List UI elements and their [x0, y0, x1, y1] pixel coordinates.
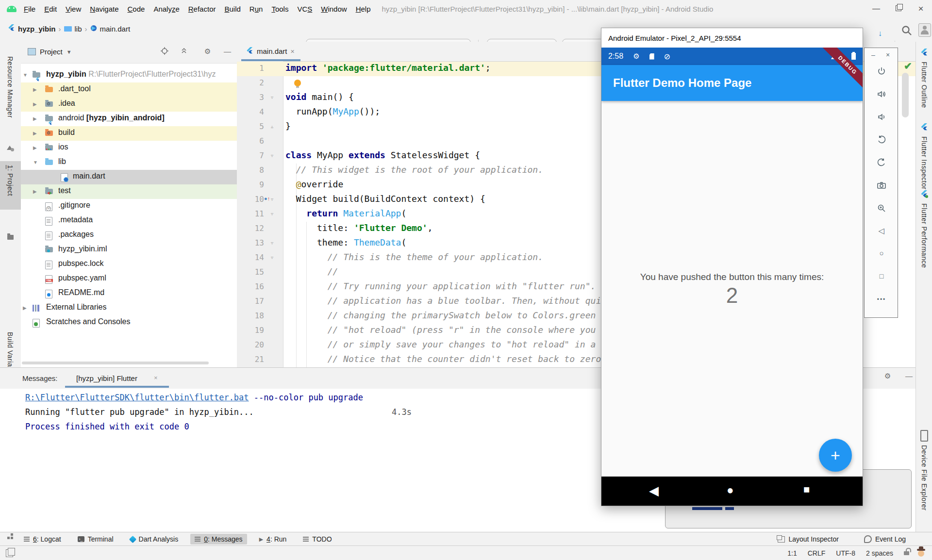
emulator-rotate-right-button[interactable] [865, 158, 899, 169]
background-tasks-icon[interactable] [6, 549, 13, 557]
menu-view[interactable]: View [61, 5, 85, 13]
close-window-button[interactable]: × [910, 3, 932, 14]
tool-window-button-4-run[interactable]: ▶4: Run [255, 534, 291, 544]
emulator-more-button[interactable]: ••• [865, 295, 899, 303]
horizontal-scrollbar[interactable] [22, 362, 209, 364]
nav-overview-button[interactable]: ■ [803, 483, 810, 496]
avatar[interactable] [918, 23, 931, 39]
tool-window-button-layout-inspector[interactable]: Layout Inspector [773, 534, 843, 544]
minimize-emulator-icon[interactable]: – [871, 51, 875, 59]
fold-marker[interactable]: ▵ [271, 124, 273, 129]
fold-marker[interactable]: ▿ [271, 95, 273, 100]
emulator-title-bar[interactable]: Android Emulator - Pixel_2_API_29:5554 [601, 28, 863, 48]
tree-row--idea[interactable]: ▶⚙.idea [21, 97, 237, 112]
emulator-power-button[interactable] [865, 66, 899, 78]
tree-row-android[interactable]: ▶android [hyzp_yibin_android] [21, 112, 237, 126]
project-view-dropdown[interactable]: Project ▼ [28, 48, 72, 56]
tool-window-button-terminal[interactable]: ›_Terminal [73, 534, 118, 544]
menu-edit[interactable]: Edit [40, 5, 61, 13]
menu-file[interactable]: File [19, 5, 40, 13]
emulator-screen[interactable]: 2:58 ⚙ ⊘ Flutter Demo Home Page DEBUG Yo… [601, 48, 863, 506]
editor-scrollbar[interactable] [902, 73, 909, 117]
tree-row--metadata[interactable]: .metadata [21, 214, 237, 228]
menu-run[interactable]: Run [245, 5, 267, 13]
tree-row-main-dart[interactable]: main.dart [21, 170, 237, 184]
console-link[interactable]: R:\Flutter\FlutterSDK\flutter\bin\flutte… [25, 393, 249, 402]
tree-row-external-libraries[interactable]: ▶External Libraries [21, 301, 237, 315]
tree-row-hyzp-yibin-iml[interactable]: hyzp_yibin.iml [21, 243, 237, 257]
menu-code[interactable]: Code [123, 5, 150, 13]
status-utf-8[interactable]: UTF-8 [836, 549, 855, 557]
tool-window-button-todo[interactable]: TODO [299, 534, 336, 544]
hide-panel-icon[interactable]: — [224, 47, 231, 55]
tool-button-flutter-outline[interactable]: Flutter Outline [916, 49, 932, 108]
tool-button-flutter-inspector[interactable]: Flutter Inspector [916, 123, 932, 190]
menu-build[interactable]: Build [220, 5, 245, 13]
inspections-profile-icon[interactable] [918, 550, 924, 557]
tree-row--gitignore[interactable]: ⊘.gitignore [21, 199, 237, 214]
tree-row-scratches-and-consoles[interactable]: Scratches and Consoles [21, 315, 237, 330]
emulator-rotate-left-button[interactable] [865, 135, 899, 147]
emulator-back-button[interactable]: ◁ [865, 226, 899, 235]
tab-main-dart[interactable]: main.dart × [241, 43, 300, 59]
tree-row-pubspec-yaml[interactable]: YMLpubspec.yaml [21, 272, 237, 286]
status-1-1[interactable]: 1:1 [787, 549, 797, 557]
intention-bulb-icon[interactable] [294, 80, 301, 86]
locate-file-icon[interactable] [161, 47, 168, 56]
status-crlf[interactable]: CRLF [808, 549, 826, 557]
override-marker-icon[interactable]: ●↑ [264, 196, 270, 201]
fold-marker[interactable]: ▿ [271, 255, 273, 260]
lock-icon[interactable] [904, 551, 909, 555]
tool-window-button-0-messages[interactable]: 0: Messages [190, 534, 247, 544]
messages-flutter-tab[interactable]: [hyzp_yibin] Flutter [76, 374, 137, 382]
menu-tools[interactable]: Tools [267, 5, 293, 13]
tree-row-build[interactable]: ▶⚙build [21, 126, 237, 141]
settings-gear-icon[interactable]: ⚙ [204, 47, 211, 56]
tool-button-device-file-explorer[interactable]: Device File Explorer [916, 430, 932, 511]
close-tab-icon[interactable]: × [291, 48, 295, 55]
tree-row--dart-tool[interactable]: ▶.dart_tool [21, 82, 237, 97]
nav-home-button[interactable]: ● [727, 483, 734, 497]
fold-marker[interactable]: ▿ [271, 211, 273, 216]
tool-button-flutter-performance[interactable]: Flutter Performance [916, 190, 932, 268]
tree-row-ios[interactable]: ▶ios [21, 141, 237, 155]
menu-refactor[interactable]: Refactor [184, 5, 220, 13]
tool-button-project[interactable]: 1: Project [0, 161, 21, 210]
search-everywhere-icon[interactable] [901, 25, 913, 38]
tool-window-button-dart-analysis[interactable]: Dart Analysis [126, 534, 183, 544]
maximize-window-button[interactable] [887, 4, 910, 13]
menu-vcs[interactable]: VCS [293, 5, 316, 13]
nav-back-button[interactable]: ◀ [649, 483, 659, 498]
settings-gear-icon[interactable]: ⚙ [884, 372, 891, 380]
increment-fab-button[interactable]: + [819, 439, 852, 472]
tree-row--packages[interactable]: .packages [21, 228, 237, 243]
close-tab-icon[interactable]: × [154, 374, 158, 381]
tree-row-lib[interactable]: ▼lib [21, 155, 237, 170]
tree-row-readme-md[interactable]: README.md [21, 286, 237, 301]
breadcrumb-folder[interactable]: lib [75, 25, 82, 33]
emulator-home-button[interactable]: ○ [865, 249, 899, 258]
menu-navigate[interactable]: Navigate [85, 5, 123, 13]
emulator-camera-button[interactable] [865, 181, 899, 192]
tree-row-hyzp-yibin[interactable]: ▼hyzp_yibin R:\FlutterProject\FlutterPro… [21, 68, 237, 82]
fold-marker[interactable]: ▿ [271, 197, 273, 202]
inspections-ok-icon[interactable]: ✔ [904, 60, 912, 72]
tool-button-resource-manager[interactable]: Resource Manager [6, 56, 14, 118]
menu-analyze[interactable]: Analyze [149, 5, 183, 13]
status-2-spaces[interactable]: 2 spaces [866, 549, 893, 557]
menu-help[interactable]: Help [351, 5, 375, 13]
tree-row-pubspec-lock[interactable]: pubspec.lock [21, 257, 237, 272]
close-emulator-icon[interactable]: × [886, 51, 890, 59]
tool-window-button-6-logcat[interactable]: 6: Logcat [19, 534, 66, 544]
breadcrumb-project[interactable]: hyzp_yibin [18, 25, 56, 33]
emulator-overview-button[interactable]: □ [865, 272, 899, 280]
hide-panel-icon[interactable]: — [905, 372, 913, 380]
tool-window-button-event-log[interactable]: Event Log [860, 534, 910, 544]
emulator-volume-up-button[interactable] [865, 89, 899, 101]
fold-marker[interactable]: ▿ [271, 153, 273, 158]
fold-marker[interactable]: ▿ [271, 240, 273, 246]
emulator-zoom-button[interactable] [865, 203, 899, 215]
menu-window[interactable]: Window [316, 5, 351, 13]
minimize-window-button[interactable]: — [865, 4, 887, 13]
emulator-volume-down-button[interactable] [865, 112, 899, 124]
